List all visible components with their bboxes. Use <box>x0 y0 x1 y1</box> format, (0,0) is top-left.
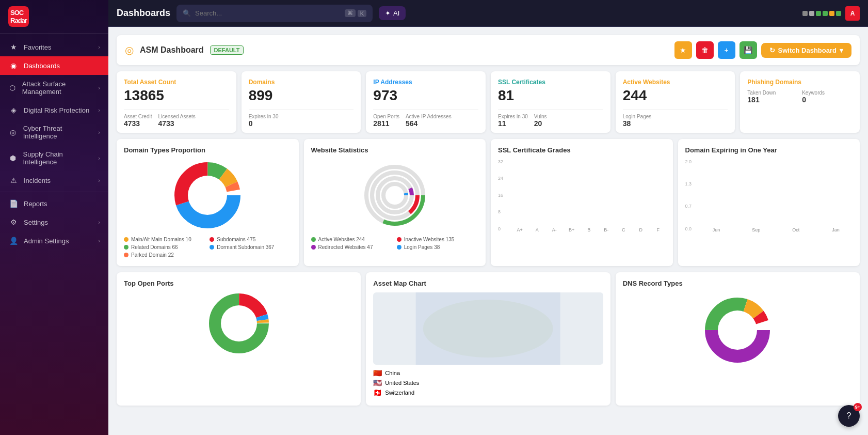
sidebar-item-favorites[interactable]: ★ Favorites › <box>0 38 108 56</box>
legend-item: Redirected Websites 47 <box>311 244 393 250</box>
bar-col: A- <box>547 226 562 232</box>
main-area: Dashboards 🔍 ⌘ K ✦ AI A <box>108 0 868 435</box>
legend-dot <box>311 245 316 250</box>
stat-sub-expires: Expires in 30 0 <box>249 114 279 128</box>
dashboards-icon: ◉ <box>8 61 19 70</box>
bar-label: Jun <box>713 227 720 232</box>
stat-title: Active Websites <box>623 79 728 86</box>
stat-sub-row: Login Pages 38 <box>623 109 728 128</box>
svg-point-18 <box>221 305 257 341</box>
chevron-icon: › <box>98 219 100 225</box>
support-bubble[interactable]: ? 9+ <box>838 405 860 427</box>
stat-sub-licensed: Licensed Assets 4733 <box>158 114 195 128</box>
phishing-val: 181 <box>747 96 798 104</box>
stat-title: Domains <box>249 79 354 86</box>
legend-dot <box>124 253 128 257</box>
top-open-ports-chart: Top Open Ports <box>117 272 361 406</box>
sidebar-item-sci[interactable]: ⬢ Supply Chain Intelligence › <box>0 145 108 171</box>
sub-label: Asset Credit <box>124 114 152 119</box>
legend-label: Redirected Websites 47 <box>318 244 373 250</box>
bar-label: A+ <box>517 227 523 232</box>
sub-label: Open Ports <box>373 114 399 119</box>
sub-label: Vulns <box>534 114 547 119</box>
search-box[interactable]: 🔍 ⌘ K <box>176 5 373 22</box>
asm-icon: ⬡ <box>8 84 17 92</box>
chevron-down-icon: ▾ <box>840 46 843 54</box>
stat-card-total-assets: Total Asset Count 13865 Asset Credit 473… <box>117 71 236 133</box>
dashboard-btn-star[interactable]: ★ <box>674 41 692 59</box>
usa-label: United States <box>385 380 419 386</box>
bar-col: D <box>634 226 649 232</box>
legend-label: Active Websites 244 <box>318 237 365 242</box>
logo-icon: SOCRadar <box>8 6 29 27</box>
legend-dot <box>311 237 316 242</box>
sub-label: Licensed Assets <box>158 114 195 119</box>
switch-label: Switch Dashboard <box>778 46 837 54</box>
nav-separator <box>0 192 108 192</box>
sidebar-nav: ★ Favorites › ◉ Dashboards ⬡ Attack Surf… <box>0 34 108 435</box>
topbar: Dashboards 🔍 ⌘ K ✦ AI A <box>108 0 868 27</box>
sidebar-item-asm[interactable]: ⬡ Attack Surface Management › <box>0 75 108 101</box>
y-label: 8 <box>498 209 503 214</box>
switzerland-label: Switzerland <box>385 390 414 396</box>
content-area: ◎ ASM Dashboard DEFAULT ★ 🗑 + 💾 ↻ Switch… <box>108 27 868 435</box>
chevron-icon: › <box>98 85 100 91</box>
ssl-grades-chart: SSL Certificate Grades 0 8 16 24 32 A+ A… <box>491 139 673 266</box>
switzerland-flag: 🇨🇭 <box>373 389 382 397</box>
legend-item: Parked Domain 22 <box>124 252 205 258</box>
stat-sub-login-pages: Login Pages 38 <box>623 114 652 128</box>
stat-sub-row: Asset Credit 4733 Licensed Assets 4733 <box>124 109 229 128</box>
bar-label: A <box>536 227 539 232</box>
chevron-icon: › <box>98 44 100 50</box>
svg-point-20 <box>423 300 553 358</box>
dashboard-btn-add[interactable]: + <box>718 41 735 59</box>
sidebar-item-cti[interactable]: ◎ Cyber Threat Intelligence › <box>0 119 108 145</box>
switch-dashboard-button[interactable]: ↻ Switch Dashboard ▾ <box>761 43 851 58</box>
sidebar-item-admin[interactable]: 👤 Admin Settings › <box>0 231 108 250</box>
sidebar-item-label: Attack Surface Management <box>22 80 93 96</box>
dashboard-btn-delete[interactable]: 🗑 <box>696 41 714 59</box>
sidebar-item-label: Incidents <box>24 177 51 184</box>
dns-record-chart: DNS Record Types <box>616 272 860 406</box>
sidebar-item-drp[interactable]: ◈ Digital Risk Protection › <box>0 101 108 119</box>
search-input[interactable] <box>195 9 341 17</box>
legend-label: Subdomains 475 <box>217 237 255 242</box>
chart-title: Domain Expiring in One Year <box>685 146 853 154</box>
sidebar-item-incidents[interactable]: ⚠ Incidents › <box>0 171 108 190</box>
support-badge: 9+ <box>854 403 862 411</box>
bar-label: C <box>622 227 625 232</box>
bar-label: F <box>657 227 660 232</box>
incidents-icon: ⚠ <box>8 176 19 184</box>
drp-icon: ◈ <box>8 106 19 114</box>
bar-label: B- <box>604 227 608 232</box>
dashboard-btn-save[interactable]: 💾 <box>740 41 757 59</box>
ai-button[interactable]: ✦ AI <box>379 6 406 20</box>
legend-dot <box>210 245 214 250</box>
y-axis: 0.0 0.7 1.3 2.0 <box>685 159 692 231</box>
stat-title: IP Addresses <box>373 79 478 86</box>
stat-sub-open-ports: Open Ports 2811 <box>373 114 399 128</box>
map-legend: 🇨🇳 China 🇺🇸 United States 🇨🇭 Switzerland <box>373 369 603 397</box>
sidebar-item-label: Reports <box>24 200 47 208</box>
legend-item: Active Websites 244 <box>311 237 393 242</box>
cti-icon: ◎ <box>8 128 18 136</box>
china-flag: 🇨🇳 <box>373 369 382 377</box>
stat-sub-row: Expires in 30 0 <box>249 109 354 128</box>
y-label: 0 <box>498 226 503 231</box>
sidebar-item-settings[interactable]: ⚙ Settings › <box>0 213 108 231</box>
user-avatar[interactable]: A <box>845 6 860 21</box>
ai-label: AI <box>393 9 399 17</box>
chart-title: SSL Certificate Grades <box>498 146 666 154</box>
sidebar-item-reports[interactable]: 📄 Reports <box>0 194 108 213</box>
dns-donut <box>623 292 853 364</box>
legend-label: Login Pages 38 <box>404 244 440 250</box>
sidebar-item-dashboards[interactable]: ◉ Dashboards <box>0 56 108 75</box>
stat-value: 244 <box>623 88 728 104</box>
chevron-icon: › <box>98 107 100 113</box>
bar-col: Oct <box>779 226 813 232</box>
stat-value: 81 <box>498 88 603 104</box>
topbar-right: A <box>802 6 860 21</box>
stat-card-domains: Domains 899 Expires in 30 0 <box>242 71 361 133</box>
svg-point-12 <box>383 184 406 207</box>
dot3 <box>816 11 821 16</box>
